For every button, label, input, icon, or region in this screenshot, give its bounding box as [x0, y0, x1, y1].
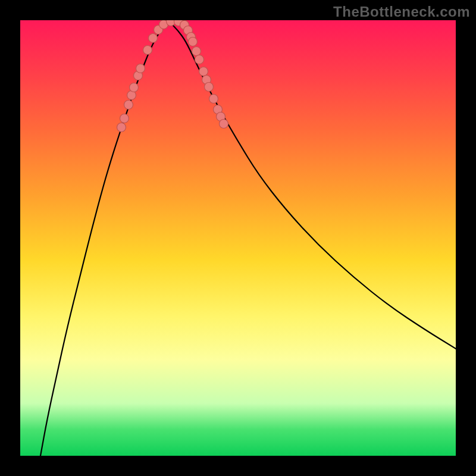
data-point [195, 55, 204, 64]
data-point [199, 67, 208, 76]
data-point [209, 95, 218, 104]
data-point [192, 47, 201, 56]
data-point [130, 83, 139, 92]
curve-left-curve [40, 21, 169, 456]
data-point [220, 120, 228, 129]
data-point [124, 101, 133, 109]
data-point [205, 83, 214, 92]
data-point [136, 64, 145, 73]
data-point [143, 46, 152, 55]
watermark-text: TheBottleneck.com [333, 4, 470, 20]
plot-area [20, 20, 456, 456]
data-point [117, 123, 126, 132]
data-point [189, 37, 198, 46]
chart-frame: TheBottleneck.com [0, 0, 476, 476]
curve-right-curve [169, 21, 456, 349]
curves-layer [20, 20, 456, 456]
data-point [120, 114, 129, 123]
data-point [149, 34, 158, 43]
